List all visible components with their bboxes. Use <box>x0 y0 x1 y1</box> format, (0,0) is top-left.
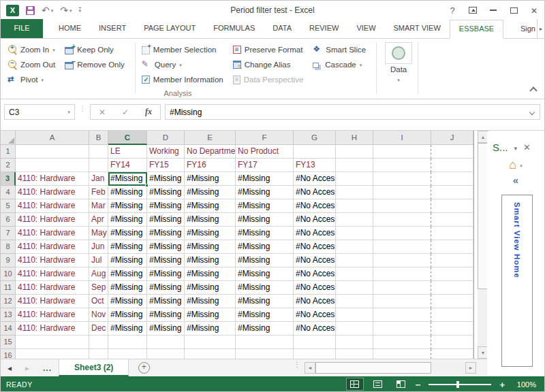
zoom-level[interactable]: 100% <box>510 380 536 389</box>
cell-j4[interactable] <box>431 186 473 199</box>
cell-f10[interactable]: #Missing <box>236 267 294 281</box>
cell-h15[interactable] <box>336 336 373 349</box>
cell-b14[interactable]: Dec <box>89 322 108 336</box>
cell-a6[interactable]: 4110: Hardware <box>16 213 89 227</box>
cell-d8[interactable]: #Missing <box>147 240 185 254</box>
minimize-button[interactable] <box>483 3 503 18</box>
row-header-2[interactable]: 2 <box>1 159 16 172</box>
cell-h16[interactable] <box>336 349 373 359</box>
cell-c5[interactable]: #Missing <box>108 199 147 213</box>
column-header-c[interactable]: C <box>108 131 147 145</box>
cell-f15[interactable] <box>236 336 294 349</box>
cell-c7[interactable]: #Missing <box>108 227 147 240</box>
cell-b6[interactable]: Apr <box>89 213 108 227</box>
sign-in-button[interactable]: Sign <box>520 24 537 33</box>
cell-h11[interactable] <box>336 281 373 295</box>
cell-g1[interactable] <box>294 145 336 159</box>
cell-e10[interactable]: #Missing <box>185 267 236 281</box>
cell-a12[interactable]: 4110: Hardware <box>16 295 89 308</box>
change-alias-button[interactable]: Change Alias <box>230 57 307 72</box>
keep-only-button[interactable]: Keep Only <box>62 42 127 57</box>
name-box-dropdown-icon[interactable] <box>67 108 74 117</box>
cell-i7[interactable] <box>373 227 431 240</box>
zoom-out-button[interactable]: Zoom Out <box>5 57 58 72</box>
cell-f3[interactable]: #Missing <box>236 172 294 186</box>
cell-g15[interactable] <box>294 336 336 349</box>
cell-a7[interactable]: 4110: Hardware <box>16 227 89 240</box>
cell-g6[interactable]: #No Access <box>294 213 336 227</box>
cell-a10[interactable]: 4110: Hardware <box>16 267 89 281</box>
cell-e8[interactable]: #Missing <box>185 240 236 254</box>
row-header-14[interactable]: 14 <box>1 322 16 336</box>
row-header-1[interactable]: 1 <box>1 145 16 159</box>
cell-d4[interactable]: #Missing <box>147 186 185 199</box>
row-header-6[interactable]: 6 <box>1 213 16 227</box>
column-header-h[interactable]: H <box>336 131 373 145</box>
column-header-d[interactable]: D <box>147 131 185 145</box>
row-header-9[interactable]: 9 <box>1 254 16 267</box>
close-button[interactable] <box>524 3 544 18</box>
column-header-g[interactable]: G <box>294 131 336 145</box>
cell-d10[interactable]: #Missing <box>147 267 185 281</box>
remove-only-button[interactable]: Remove Only <box>62 57 127 72</box>
cell-g12[interactable]: #No Access <box>294 295 336 308</box>
cell-d12[interactable]: #Missing <box>147 295 185 308</box>
cell-b4[interactable]: Feb <box>89 186 108 199</box>
cell-d15[interactable] <box>147 336 185 349</box>
cell-g4[interactable]: #No Access <box>294 186 336 199</box>
cell-i13[interactable] <box>373 308 431 322</box>
chevron-down-icon[interactable] <box>397 74 400 86</box>
cell-f2[interactable]: FY17 <box>236 159 294 172</box>
cell-h7[interactable] <box>336 227 373 240</box>
ribbon-display-options-button[interactable] <box>463 3 483 18</box>
cascade-button[interactable]: Cascade <box>310 57 369 72</box>
cell-h12[interactable] <box>336 295 373 308</box>
cell-b15[interactable] <box>89 336 108 349</box>
cell-d16[interactable] <box>147 349 185 359</box>
pivot-button[interactable]: Pivot <box>5 72 58 87</box>
column-header-b[interactable]: B <box>89 131 108 145</box>
cell-f16[interactable] <box>236 349 294 359</box>
cell-b1[interactable] <box>89 145 108 159</box>
cell-i2[interactable] <box>373 159 431 172</box>
cell-j13[interactable] <box>431 308 473 322</box>
cell-d11[interactable]: #Missing <box>147 281 185 295</box>
zoom-in-button[interactable]: Zoom In <box>5 42 58 57</box>
panel-menu-icon[interactable] <box>514 141 518 153</box>
zoom-slider[interactable] <box>429 384 491 385</box>
cell-i14[interactable] <box>373 322 431 336</box>
cell-i15[interactable] <box>373 336 431 349</box>
chevron-down-icon[interactable] <box>179 59 182 71</box>
cell-j2[interactable] <box>431 159 473 172</box>
cell-b12[interactable]: Oct <box>89 295 108 308</box>
cell-c1[interactable]: LE <box>108 145 147 159</box>
cell-h4[interactable] <box>336 186 373 199</box>
cell-b7[interactable]: May <box>89 227 108 240</box>
cell-j14[interactable] <box>431 322 473 336</box>
panel-collapse-button[interactable] <box>487 174 544 186</box>
home-dropdown-icon[interactable] <box>520 159 523 172</box>
cell-c2[interactable]: FY14 <box>108 159 147 172</box>
cell-c15[interactable] <box>108 336 147 349</box>
cell-c8[interactable]: #Missing <box>108 240 147 254</box>
column-header-i[interactable]: I <box>373 131 431 145</box>
cell-a9[interactable]: 4110: Hardware <box>16 254 89 267</box>
smart-view-home-tab[interactable]: Smart View Home <box>501 195 533 367</box>
scrollbar-grip[interactable]: ⋮ <box>294 363 300 366</box>
row-header-5[interactable]: 5 <box>1 199 16 213</box>
cell-g11[interactable]: #No Access <box>294 281 336 295</box>
cell-a1[interactable] <box>16 145 89 159</box>
chevron-down-icon[interactable] <box>360 59 362 71</box>
undo-dropdown-icon[interactable] <box>51 5 54 16</box>
cell-e16[interactable] <box>185 349 236 359</box>
cell-f11[interactable]: #Missing <box>236 281 294 295</box>
row-header-4[interactable]: 4 <box>1 186 16 199</box>
cell-j9[interactable] <box>431 254 473 267</box>
help-button[interactable] <box>442 3 463 18</box>
undo-button[interactable] <box>42 5 53 16</box>
cell-a4[interactable]: 4110: Hardware <box>16 186 89 199</box>
zoom-out-button[interactable] <box>416 378 421 391</box>
chevron-down-icon[interactable] <box>52 44 55 56</box>
cell-h2[interactable] <box>336 159 373 172</box>
cell-e12[interactable]: #Missing <box>185 295 236 308</box>
